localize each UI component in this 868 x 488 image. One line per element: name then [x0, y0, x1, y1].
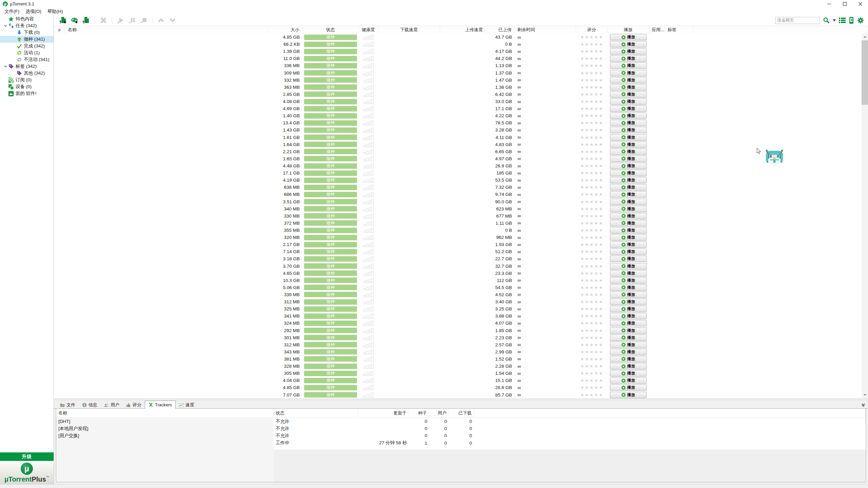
play-button[interactable]: 播放 [610, 213, 647, 219]
detail-view-icon[interactable] [839, 17, 846, 23]
play-button[interactable]: 播放 [610, 256, 647, 262]
column-header[interactable]: 标签 [665, 26, 693, 34]
torrent-row[interactable]: 17.1 GB做种185 GB∞★★★★★播放 [54, 169, 868, 177]
rating-stars[interactable]: ★★★★★ [576, 92, 608, 97]
torrent-row[interactable]: 4.19 GB做种53.5 GB∞★★★★★播放 [54, 177, 868, 184]
tracker-row[interactable]: [本地用户发现]不允许000 [56, 425, 866, 432]
rating-stars[interactable]: ★★★★★ [576, 221, 608, 226]
play-button[interactable]: 播放 [610, 349, 647, 355]
torrent-row[interactable]: 343 MB做种2.99 GB∞★★★★★播放 [54, 348, 868, 355]
column-header[interactable]: 下载速度 [378, 26, 440, 34]
play-button[interactable]: 播放 [610, 141, 647, 148]
torrent-row[interactable]: 4.65 GB做种23.3 GB∞★★★★★播放 [54, 270, 868, 277]
tracker-column-header[interactable]: 种子 [409, 409, 429, 418]
rating-stars[interactable]: ★★★★★ [576, 178, 608, 183]
torrent-row[interactable]: 312 MB做种3.40 GB∞★★★★★播放 [54, 298, 868, 305]
play-button[interactable]: 播放 [610, 48, 647, 55]
torrent-row[interactable]: 292 MB做种1.85 GB∞★★★★★播放 [54, 327, 868, 334]
play-button[interactable]: 播放 [610, 127, 647, 133]
rating-stars[interactable]: ★★★★★ [576, 42, 608, 47]
play-button[interactable]: 播放 [610, 199, 647, 205]
sidebar-item-active[interactable]: 活动 (1) [0, 49, 54, 56]
play-button[interactable]: 播放 [610, 384, 647, 391]
tree-expander-icon[interactable] [3, 24, 7, 28]
sidebar-item-labels[interactable]: 标签 (342) [0, 63, 54, 70]
rating-stars[interactable]: ★★★★★ [576, 378, 608, 383]
torrent-row[interactable]: 4.08 GB做种33.0 GB∞★★★★★播放 [54, 98, 868, 105]
torrent-row[interactable]: 309 MB做种1.37 GB∞★★★★★播放 [54, 69, 868, 77]
rating-stars[interactable]: ★★★★★ [576, 85, 608, 90]
tracker-row[interactable]: 工作中27 分钟 58 秒100 [56, 440, 866, 447]
play-button[interactable]: 播放 [610, 370, 647, 377]
rating-stars[interactable]: ★★★★★ [576, 199, 608, 204]
tracker-row[interactable]: [DHT]不允许000 [56, 418, 866, 425]
torrent-row[interactable]: 1.65 GB做种4.97 GB∞★★★★★播放 [54, 155, 868, 162]
rating-stars[interactable]: ★★★★★ [576, 364, 608, 369]
torrent-row[interactable]: 339 MB做种4.52 GB∞★★★★★播放 [54, 291, 868, 298]
rating-stars[interactable]: ★★★★★ [576, 249, 608, 254]
play-button[interactable]: 播放 [610, 313, 647, 319]
play-button[interactable]: 播放 [610, 170, 647, 176]
torrent-row[interactable]: 1.43 GB做种3.28 GB∞★★★★★播放 [54, 126, 868, 134]
close-button[interactable] [852, 0, 868, 8]
play-button[interactable]: 播放 [610, 206, 647, 212]
rating-stars[interactable]: ★★★★★ [576, 192, 608, 197]
tracker-column-header[interactable]: 更新于 [358, 409, 409, 418]
vertical-scrollbar[interactable] [862, 34, 868, 398]
torrent-row[interactable]: 1.61 GB做种4.11 GB∞★★★★★播放 [54, 134, 868, 141]
torrent-row[interactable]: 10.3 GB做种112 GB∞★★★★★播放 [54, 277, 868, 284]
sidebar-item-other[interactable]: 其他 (342) [0, 70, 54, 77]
search-dropdown-icon[interactable] [833, 19, 836, 21]
menu-item[interactable]: 文件(F) [1, 8, 22, 15]
search-input[interactable] [775, 17, 820, 24]
play-button[interactable]: 播放 [610, 134, 647, 141]
sidebar-item-tasks[interactable]: 任务 (342) [0, 22, 54, 29]
play-button[interactable]: 播放 [610, 327, 647, 334]
rating-stars[interactable]: ★★★★★ [576, 120, 608, 125]
column-header[interactable]: # [54, 26, 65, 34]
menu-item[interactable]: 选项(O) [22, 8, 44, 15]
rating-stars[interactable]: ★★★★★ [576, 321, 608, 326]
torrent-row[interactable]: 332 MB做种1.47 GB∞★★★★★播放 [54, 77, 868, 84]
play-button[interactable]: 播放 [610, 248, 647, 255]
sidebar-item-inactive[interactable]: 不活动 (341) [0, 56, 54, 63]
play-button[interactable]: 播放 [610, 41, 647, 47]
rating-stars[interactable]: ★★★★★ [576, 313, 608, 319]
rating-stars[interactable]: ★★★★★ [576, 256, 608, 261]
play-button[interactable]: 播放 [610, 363, 647, 369]
play-button[interactable]: 播放 [610, 291, 647, 298]
torrent-row[interactable]: 1.64 GB做种4.83 GB∞★★★★★播放 [54, 141, 868, 148]
rating-stars[interactable]: ★★★★★ [576, 306, 608, 311]
sidebar-item-seeding[interactable]: 做种 (341) [0, 36, 54, 43]
rating-stars[interactable]: ★★★★★ [576, 149, 608, 154]
torrent-row[interactable]: 328 MB做种2.28 GB∞★★★★★播放 [54, 363, 868, 370]
torrent-row[interactable]: 363 MB做种1.36 GB∞★★★★★播放 [54, 84, 868, 91]
rating-stars[interactable]: ★★★★★ [576, 127, 608, 133]
rating-stars[interactable]: ★★★★★ [576, 99, 608, 104]
play-button[interactable]: 播放 [610, 320, 647, 326]
rating-stars[interactable]: ★★★★★ [576, 35, 608, 40]
torrent-row[interactable]: 340 MB做种623 MB∞★★★★★播放 [54, 205, 868, 212]
torrent-row[interactable]: 4.85 GB做种28.6 GB∞★★★★★播放 [54, 384, 868, 391]
torrent-row[interactable]: 1.40 GB做种4.22 GB∞★★★★★播放 [54, 112, 868, 119]
rating-stars[interactable]: ★★★★★ [576, 63, 608, 68]
column-header[interactable]: 剩余时间 [515, 26, 576, 34]
play-button[interactable]: 播放 [610, 334, 647, 341]
tab-信息[interactable]: 信息 [79, 402, 101, 408]
torrent-row[interactable]: 312 MB做种2.57 GB∞★★★★★播放 [54, 341, 868, 348]
rating-stars[interactable]: ★★★★★ [576, 357, 608, 362]
tracker-column-header[interactable]: 用户 [429, 409, 449, 418]
play-button[interactable]: 播放 [610, 356, 647, 362]
create-torrent-button[interactable] [82, 16, 91, 25]
rating-stars[interactable]: ★★★★★ [576, 78, 608, 83]
rating-stars[interactable]: ★★★★★ [576, 242, 608, 247]
play-button[interactable]: 播放 [610, 163, 647, 169]
add-torrent-button[interactable] [59, 16, 67, 25]
torrent-row[interactable]: 4.48 GB做种26.9 GB∞★★★★★播放 [54, 162, 868, 169]
rating-stars[interactable]: ★★★★★ [576, 392, 608, 398]
tab-trackers[interactable]: Trackers [145, 401, 176, 409]
column-header[interactable]: 上传速度 [440, 26, 486, 34]
torrent-row[interactable]: 1.39 GB做种4.17 GB∞★★★★★播放 [54, 48, 868, 55]
rating-stars[interactable]: ★★★★★ [576, 285, 608, 290]
rating-stars[interactable]: ★★★★★ [576, 278, 608, 283]
